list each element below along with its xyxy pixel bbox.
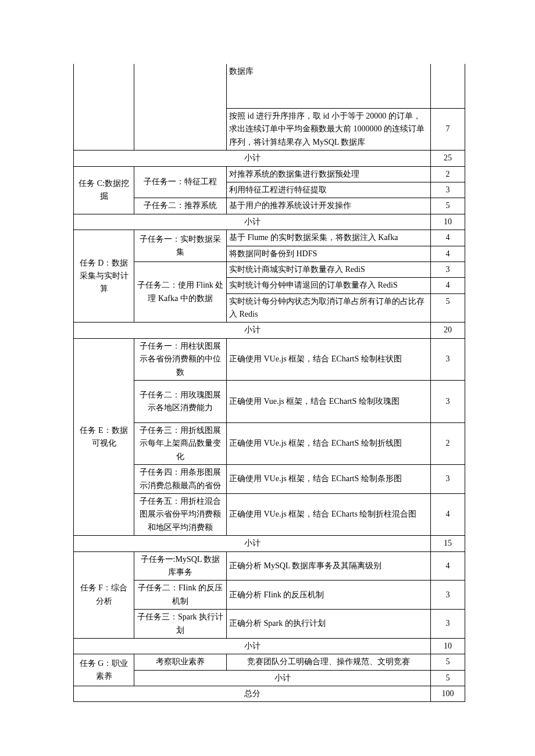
- subtotal-value: 20: [431, 323, 465, 338]
- subtask-cell: 子任务一:MySQL 数据库事务: [134, 551, 227, 581]
- subtotal-value: 25: [431, 151, 465, 166]
- table-row: 任务 F：综合分析 子任务一:MySQL 数据库事务 正确分析 MySQL 数据…: [74, 551, 465, 581]
- desc-cell: 实时统计每分钟内状态为取消订单占所有订单的占比存入 Redis: [227, 293, 431, 323]
- table-row: 任务 C:数据挖掘 子任务一：特征工程 对推荐系统的数据集进行数据预处理 2: [74, 166, 465, 182]
- subtotal-row: 小计 10: [74, 638, 465, 654]
- desc-cell: 基于 Flume 的实时数据采集，将数据注入 Kafka: [227, 230, 431, 246]
- score-cell: 2: [431, 423, 465, 465]
- task-name-cell: 任务 F：综合分析: [74, 551, 134, 638]
- subtotal-value: 10: [431, 214, 465, 230]
- desc-cell: 实时统计每分钟申请退回的订单数量存入 RediS: [227, 278, 431, 293]
- task-name-cell: 任务 E：数据可视化: [74, 338, 134, 535]
- task-name-cell: [74, 64, 134, 151]
- subtask-cell: 子任务二：推荐系统: [134, 198, 227, 214]
- subtask-cell: 子任务一：特征工程: [134, 166, 227, 198]
- subtotal-row: 小计 20: [74, 323, 465, 338]
- score-cell: 4: [431, 230, 465, 246]
- total-label: 总分: [74, 686, 431, 702]
- score-cell: 3: [431, 465, 465, 494]
- table-row: 任务 D：数据采集与实时计算 子任务一：实时数据采集 基于 Flume 的实时数…: [74, 230, 465, 246]
- subtotal-label: 小计: [74, 323, 431, 338]
- subtask-cell: 考察职业素养: [134, 654, 227, 670]
- desc-cell: 竞赛团队分工明确合理、操作规范、文明竞赛: [227, 654, 431, 670]
- score-cell: 3: [431, 338, 465, 380]
- desc-cell: 正确使用 VUe.js 框架，结合 EChartS 绘制柱状图: [227, 338, 431, 380]
- score-cell: 3: [431, 610, 465, 639]
- score-cell: 4: [431, 493, 465, 535]
- subtotal-row: 小计 15: [74, 536, 465, 551]
- subtotal-label: 小计: [74, 151, 431, 166]
- subtotal-row: 小计 25: [74, 151, 465, 166]
- subtask-cell: 子任务二：使用 Flink 处理 Kafka 中的数据: [134, 261, 227, 323]
- subtask-cell: 子任务五：用折柱混合图展示省份平均消费额和地区平均消费额: [134, 493, 227, 535]
- desc-cell: 基于用户的推荐系统设计开发操作: [227, 198, 431, 214]
- subtotal-value: 10: [431, 638, 465, 654]
- score-cell: 3: [431, 381, 465, 423]
- subtotal-label: 小计: [134, 670, 431, 686]
- score-cell: 3: [431, 581, 465, 610]
- score-cell: 5: [431, 654, 465, 670]
- score-cell: 4: [431, 551, 465, 581]
- score-cell: 4: [431, 278, 465, 293]
- score-cell: 5: [431, 198, 465, 214]
- subtask-cell: 子任务二：FIink 的反压机制: [134, 581, 227, 610]
- desc-cell: 正确分析 FIink 的反压机制: [227, 581, 431, 610]
- desc-cell: 数据库: [227, 64, 431, 109]
- task-name-cell: 任务 G：职业素养: [74, 654, 134, 686]
- score-cell: 7: [431, 109, 465, 151]
- desc-cell: 对推荐系统的数据集进行数据预处理: [227, 166, 431, 182]
- score-cell: 2: [431, 166, 465, 182]
- total-value: 100: [431, 686, 465, 702]
- desc-cell: 正确分析 MySQL 数据库事务及其隔离级别: [227, 551, 431, 581]
- subtask-cell: 子任务一：用柱状图展示各省份消费额的中位数: [134, 338, 227, 380]
- task-name-cell: 任务 D：数据采集与实时计算: [74, 230, 134, 323]
- desc-cell: 正确使用 VUe.js 框架，结合 EChartS 绘制折线图: [227, 423, 431, 465]
- desc-cell: 正确使用 VUe.js 框架，结合 EChartS 绘制条形图: [227, 465, 431, 494]
- desc-cell: 按照 id 进行升序排序，取 id 小于等于 20000 的订单，求出连续订单中…: [227, 109, 431, 151]
- score-cell: 5: [431, 293, 465, 323]
- subtask-cell: 子任务一：实时数据采集: [134, 230, 227, 262]
- subtotal-label: 小计: [74, 214, 431, 230]
- score-cell: 4: [431, 246, 465, 261]
- subtotal-value: 15: [431, 536, 465, 551]
- score-table: 数据库 按照 id 进行升序排序，取 id 小于等于 20000 的订单，求出连…: [73, 64, 465, 702]
- desc-cell: 将数据同时备份到 HDFS: [227, 246, 431, 261]
- score-cell: 3: [431, 261, 465, 277]
- table-row: 任务 E：数据可视化 子任务一：用柱状图展示各省份消费额的中位数 正确使用 VU…: [74, 338, 465, 380]
- desc-cell: 实时统计商城实时订单数量存入 RediS: [227, 261, 431, 277]
- subtotal-label: 小计: [74, 536, 431, 551]
- task-name-cell: 任务 C:数据挖掘: [74, 166, 134, 214]
- subtask-cell: [134, 64, 227, 151]
- subtask-cell: 子任务三：Spark 执行计划: [134, 610, 227, 639]
- desc-cell: 利用特征工程进行特征提取: [227, 182, 431, 198]
- total-row: 总分 100: [74, 686, 465, 702]
- desc-cell: 正确分析 Spark 的执行计划: [227, 610, 431, 639]
- subtask-cell: 子任务二：用玫瑰图展示各地区消费能力: [134, 381, 227, 423]
- subtotal-value: 5: [431, 670, 465, 686]
- desc-cell: 正确使用 VUe.js 框架，结合 ECharts 绘制折柱混合图: [227, 493, 431, 535]
- subtotal-label: 小计: [74, 638, 431, 654]
- desc-cell: 正确使用 Vue.js 框架，结合 EChartS 绘制玫瑰图: [227, 381, 431, 423]
- table-row: 任务 G：职业素养 考察职业素养 竞赛团队分工明确合理、操作规范、文明竞赛 5: [74, 654, 465, 670]
- subtask-cell: 子任务三：用折线图展示每年上架商品数量变化: [134, 423, 227, 465]
- score-cell: [431, 64, 465, 109]
- subtask-cell: 子任务四：用条形图展示消费总额最高的省份: [134, 465, 227, 494]
- score-cell: 3: [431, 182, 465, 198]
- subtotal-row: 小计 10: [74, 214, 465, 230]
- table-row: 数据库: [74, 64, 465, 109]
